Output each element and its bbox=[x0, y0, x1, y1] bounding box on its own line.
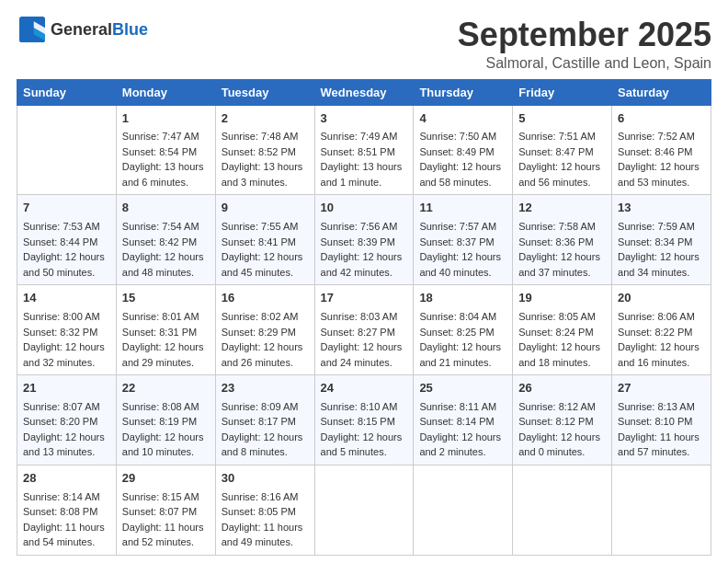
calendar-cell: 3Sunrise: 7:49 AMSunset: 8:51 PMDaylight… bbox=[314, 105, 414, 195]
calendar-cell: 21Sunrise: 8:07 AMSunset: 8:20 PMDayligh… bbox=[17, 375, 117, 465]
calendar-cell bbox=[17, 105, 117, 195]
calendar-cell: 13Sunrise: 7:59 AMSunset: 8:34 PMDayligh… bbox=[612, 195, 711, 285]
day-info: Sunrise: 8:08 AMSunset: 8:19 PMDaylight:… bbox=[122, 399, 210, 460]
day-number: 1 bbox=[122, 110, 210, 128]
calendar-cell: 6Sunrise: 7:52 AMSunset: 8:46 PMDaylight… bbox=[612, 105, 711, 195]
day-number: 27 bbox=[618, 380, 705, 397]
calendar-table: SundayMondayTuesdayWednesdayThursdayFrid… bbox=[17, 79, 711, 556]
weekday-header: Sunday bbox=[17, 79, 117, 105]
day-info: Sunrise: 7:57 AMSunset: 8:37 PMDaylight:… bbox=[419, 219, 506, 280]
day-number: 3 bbox=[321, 110, 408, 128]
calendar-cell: 30Sunrise: 8:16 AMSunset: 8:05 PMDayligh… bbox=[215, 465, 314, 555]
weekday-header: Monday bbox=[116, 79, 215, 105]
day-info: Sunrise: 7:56 AMSunset: 8:39 PMDaylight:… bbox=[321, 219, 408, 280]
calendar-cell: 14Sunrise: 8:00 AMSunset: 8:32 PMDayligh… bbox=[17, 285, 117, 375]
calendar-cell: 16Sunrise: 8:02 AMSunset: 8:29 PMDayligh… bbox=[215, 285, 314, 375]
day-info: Sunrise: 7:58 AMSunset: 8:36 PMDaylight:… bbox=[518, 219, 606, 280]
calendar-cell: 27Sunrise: 8:13 AMSunset: 8:10 PMDayligh… bbox=[612, 375, 711, 465]
day-number: 12 bbox=[518, 200, 606, 217]
calendar-cell: 20Sunrise: 8:06 AMSunset: 8:22 PMDayligh… bbox=[612, 285, 711, 375]
calendar-cell: 4Sunrise: 7:50 AMSunset: 8:49 PMDaylight… bbox=[414, 105, 513, 195]
day-number: 7 bbox=[23, 200, 110, 217]
calendar-cell: 19Sunrise: 8:05 AMSunset: 8:24 PMDayligh… bbox=[513, 285, 612, 375]
day-info: Sunrise: 8:12 AMSunset: 8:12 PMDaylight:… bbox=[518, 399, 606, 460]
day-number: 20 bbox=[618, 290, 705, 307]
day-info: Sunrise: 7:50 AMSunset: 8:49 PMDaylight:… bbox=[419, 129, 506, 190]
day-info: Sunrise: 7:59 AMSunset: 8:34 PMDaylight:… bbox=[618, 219, 705, 280]
logo-icon bbox=[19, 17, 45, 42]
day-number: 8 bbox=[122, 200, 210, 217]
day-number: 30 bbox=[222, 470, 309, 488]
day-info: Sunrise: 7:53 AMSunset: 8:44 PMDaylight:… bbox=[23, 219, 110, 280]
day-info: Sunrise: 7:51 AMSunset: 8:47 PMDaylight:… bbox=[518, 129, 606, 190]
day-info: Sunrise: 7:49 AMSunset: 8:51 PMDaylight:… bbox=[321, 129, 408, 190]
day-info: Sunrise: 8:01 AMSunset: 8:31 PMDaylight:… bbox=[122, 309, 210, 370]
day-number: 24 bbox=[321, 380, 408, 397]
day-info: Sunrise: 8:07 AMSunset: 8:20 PMDaylight:… bbox=[23, 399, 110, 460]
calendar-cell: 11Sunrise: 7:57 AMSunset: 8:37 PMDayligh… bbox=[414, 195, 513, 285]
calendar-cell: 10Sunrise: 7:56 AMSunset: 8:39 PMDayligh… bbox=[314, 195, 414, 285]
day-info: Sunrise: 7:55 AMSunset: 8:41 PMDaylight:… bbox=[222, 219, 309, 280]
day-number: 29 bbox=[122, 470, 210, 488]
weekday-header: Tuesday bbox=[215, 79, 314, 105]
day-number: 11 bbox=[419, 200, 506, 217]
calendar-cell bbox=[314, 465, 414, 555]
weekday-header: Saturday bbox=[612, 79, 711, 105]
day-number: 18 bbox=[419, 290, 506, 307]
day-number: 21 bbox=[23, 380, 110, 397]
day-number: 23 bbox=[222, 380, 309, 397]
day-info: Sunrise: 7:47 AMSunset: 8:54 PMDaylight:… bbox=[122, 129, 210, 190]
day-number: 14 bbox=[23, 290, 110, 307]
day-number: 15 bbox=[122, 290, 210, 307]
day-info: Sunrise: 7:54 AMSunset: 8:42 PMDaylight:… bbox=[122, 219, 210, 280]
weekday-header: Thursday bbox=[414, 79, 513, 105]
weekday-header: Friday bbox=[513, 79, 612, 105]
calendar-cell: 29Sunrise: 8:15 AMSunset: 8:07 PMDayligh… bbox=[116, 465, 215, 555]
calendar-cell: 8Sunrise: 7:54 AMSunset: 8:42 PMDaylight… bbox=[116, 195, 215, 285]
calendar-cell: 26Sunrise: 8:12 AMSunset: 8:12 PMDayligh… bbox=[513, 375, 612, 465]
day-info: Sunrise: 8:02 AMSunset: 8:29 PMDaylight:… bbox=[222, 309, 309, 370]
calendar-cell: 15Sunrise: 8:01 AMSunset: 8:31 PMDayligh… bbox=[116, 285, 215, 375]
day-info: Sunrise: 8:11 AMSunset: 8:14 PMDaylight:… bbox=[419, 399, 506, 460]
day-number: 6 bbox=[618, 110, 705, 128]
calendar-cell bbox=[612, 465, 711, 555]
title-block: September 2025 Salmoral, Castille and Le… bbox=[458, 17, 711, 72]
day-info: Sunrise: 8:16 AMSunset: 8:05 PMDaylight:… bbox=[222, 489, 309, 550]
day-number: 9 bbox=[222, 200, 309, 217]
page-header: GeneralBlue September 2025 Salmoral, Cas… bbox=[17, 17, 711, 72]
day-info: Sunrise: 7:52 AMSunset: 8:46 PMDaylight:… bbox=[618, 129, 705, 190]
logo-blue: Blue bbox=[112, 20, 148, 39]
day-number: 17 bbox=[321, 290, 408, 307]
day-info: Sunrise: 8:05 AMSunset: 8:24 PMDaylight:… bbox=[518, 309, 606, 370]
day-info: Sunrise: 7:48 AMSunset: 8:52 PMDaylight:… bbox=[222, 129, 309, 190]
day-number: 19 bbox=[518, 290, 606, 307]
day-number: 4 bbox=[419, 110, 506, 128]
calendar-cell: 18Sunrise: 8:04 AMSunset: 8:25 PMDayligh… bbox=[414, 285, 513, 375]
location-title: Salmoral, Castille and Leon, Spain bbox=[458, 55, 711, 72]
month-title: September 2025 bbox=[458, 17, 711, 53]
calendar-cell bbox=[414, 465, 513, 555]
day-number: 13 bbox=[618, 200, 705, 217]
day-info: Sunrise: 8:09 AMSunset: 8:17 PMDaylight:… bbox=[222, 399, 309, 460]
calendar-cell bbox=[513, 465, 612, 555]
day-info: Sunrise: 8:14 AMSunset: 8:08 PMDaylight:… bbox=[23, 489, 110, 550]
calendar-cell: 7Sunrise: 7:53 AMSunset: 8:44 PMDaylight… bbox=[17, 195, 117, 285]
day-info: Sunrise: 8:10 AMSunset: 8:15 PMDaylight:… bbox=[321, 399, 408, 460]
logo: GeneralBlue bbox=[17, 17, 148, 42]
day-number: 22 bbox=[122, 380, 210, 397]
calendar-cell: 12Sunrise: 7:58 AMSunset: 8:36 PMDayligh… bbox=[513, 195, 612, 285]
day-number: 5 bbox=[518, 110, 606, 128]
weekday-header: Wednesday bbox=[314, 79, 414, 105]
day-info: Sunrise: 8:13 AMSunset: 8:10 PMDaylight:… bbox=[618, 399, 705, 460]
logo-general: General bbox=[51, 20, 112, 39]
day-info: Sunrise: 8:03 AMSunset: 8:27 PMDaylight:… bbox=[321, 309, 408, 370]
calendar-cell: 9Sunrise: 7:55 AMSunset: 8:41 PMDaylight… bbox=[215, 195, 314, 285]
day-info: Sunrise: 8:06 AMSunset: 8:22 PMDaylight:… bbox=[618, 309, 705, 370]
calendar-cell: 5Sunrise: 7:51 AMSunset: 8:47 PMDaylight… bbox=[513, 105, 612, 195]
day-number: 28 bbox=[23, 470, 110, 488]
day-info: Sunrise: 8:00 AMSunset: 8:32 PMDaylight:… bbox=[23, 309, 110, 370]
calendar-cell: 17Sunrise: 8:03 AMSunset: 8:27 PMDayligh… bbox=[314, 285, 414, 375]
day-number: 25 bbox=[419, 380, 506, 397]
calendar-cell: 24Sunrise: 8:10 AMSunset: 8:15 PMDayligh… bbox=[314, 375, 414, 465]
calendar-cell: 25Sunrise: 8:11 AMSunset: 8:14 PMDayligh… bbox=[414, 375, 513, 465]
